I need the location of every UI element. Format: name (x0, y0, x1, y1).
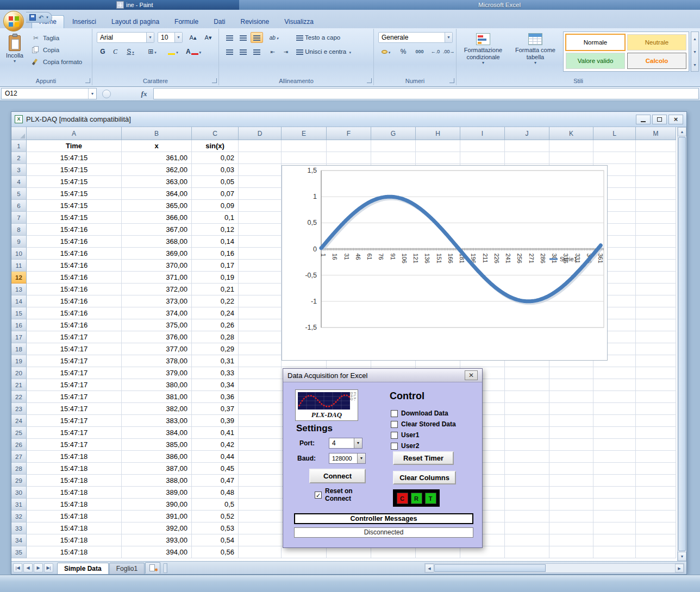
cell[interactable] (636, 379, 676, 391)
cell[interactable] (327, 152, 371, 164)
cell[interactable] (636, 307, 676, 319)
column-header-H[interactable]: H (416, 127, 460, 140)
tab-inserisci[interactable]: Inserisci (65, 16, 103, 28)
cell[interactable] (282, 140, 327, 152)
cell[interactable] (593, 152, 636, 164)
cell[interactable]: 0,28 (192, 331, 239, 343)
cell[interactable] (239, 272, 282, 284)
cell[interactable]: 0,48 (192, 487, 239, 499)
cell[interactable]: 0,44 (192, 451, 239, 463)
cell-style-2[interactable]: Valore valido (566, 53, 625, 69)
cell[interactable] (636, 295, 676, 307)
fill-color-button[interactable]: ▾ (164, 46, 182, 57)
cell[interactable] (239, 295, 282, 307)
cell[interactable] (239, 499, 282, 511)
cell[interactable] (636, 487, 676, 499)
cell[interactable] (549, 140, 593, 152)
cell[interactable] (636, 176, 676, 188)
row-header-13[interactable]: 13 (11, 284, 27, 295)
cell[interactable]: 370,00 (122, 260, 192, 272)
cell[interactable]: 15:47:15 (27, 200, 122, 212)
row-header-10[interactable]: 10 (11, 248, 27, 260)
row-header-27[interactable]: 27 (11, 451, 27, 463)
cell[interactable] (239, 511, 282, 522)
first-sheet-icon[interactable]: |◀ (13, 563, 22, 572)
row-header-11[interactable]: 11 (11, 260, 27, 272)
cell[interactable]: 15:47:16 (27, 236, 122, 248)
cell[interactable] (593, 546, 636, 558)
cell[interactable]: 394,00 (122, 546, 192, 558)
cell[interactable]: 15:47:17 (27, 379, 122, 391)
column-header-C[interactable]: C (192, 127, 239, 140)
cell[interactable]: 0,34 (192, 379, 239, 391)
align-left-button[interactable] (223, 46, 236, 57)
cell[interactable] (636, 463, 676, 475)
cell[interactable] (549, 451, 593, 463)
cell[interactable] (636, 140, 676, 152)
italic-button[interactable]: C (109, 46, 121, 57)
cell[interactable] (549, 391, 593, 403)
cell[interactable]: 0,42 (192, 439, 239, 451)
cell[interactable]: 15:47:18 (27, 534, 122, 546)
insert-worksheet-tab[interactable]: ✱ (145, 562, 160, 574)
cell[interactable] (460, 546, 505, 558)
cell[interactable] (239, 355, 282, 367)
column-header-I[interactable]: I (460, 127, 505, 140)
row-header-20[interactable]: 20 (11, 367, 27, 379)
name-box[interactable]: O12▼ (1, 88, 97, 99)
cell[interactable] (239, 427, 282, 439)
cell-style-0[interactable]: Normale (566, 34, 625, 51)
cell[interactable] (636, 391, 676, 403)
cell[interactable]: 0,03 (192, 164, 239, 176)
font-size-select[interactable]: 10▼ (158, 32, 183, 43)
checkbox-user2[interactable]: User2 (391, 440, 456, 451)
cell[interactable] (636, 272, 676, 284)
cell[interactable]: 384,00 (122, 427, 192, 439)
cell[interactable] (636, 522, 676, 534)
cell[interactable] (239, 319, 282, 331)
row-header-14[interactable]: 14 (11, 295, 27, 307)
cell[interactable] (505, 451, 549, 463)
cell[interactable]: 393,00 (122, 534, 192, 546)
cell[interactable] (239, 140, 282, 152)
cell[interactable]: 371,00 (122, 272, 192, 284)
cell[interactable] (505, 140, 549, 152)
maximize-button[interactable] (652, 115, 667, 124)
office-button[interactable] (3, 11, 24, 32)
cell[interactable] (505, 403, 549, 415)
reset-on-connect-checkbox[interactable]: ✓ (315, 492, 322, 499)
scroll-up-icon[interactable]: ▲ (678, 127, 686, 136)
column-header-E[interactable]: E (282, 127, 327, 140)
cell[interactable] (636, 188, 676, 200)
row-header-12[interactable]: 12 (11, 272, 27, 284)
cell[interactable] (239, 475, 282, 487)
cell[interactable]: 15:47:15 (27, 212, 122, 224)
cell-style-3[interactable]: Calcolo (627, 53, 686, 69)
cell[interactable] (593, 415, 636, 427)
cell[interactable] (549, 463, 593, 475)
cell[interactable] (239, 176, 282, 188)
cell[interactable] (416, 140, 460, 152)
cell[interactable] (239, 343, 282, 355)
port-select[interactable]: 4▼ (329, 438, 362, 449)
cell[interactable]: 0,41 (192, 427, 239, 439)
cell[interactable] (636, 534, 676, 546)
dialog-launcher-icon[interactable] (367, 78, 372, 83)
dialog-launcher-icon[interactable] (85, 78, 90, 83)
align-bottom-button[interactable] (251, 32, 263, 43)
cell[interactable] (505, 439, 549, 451)
vertical-scroll-thumb[interactable] (678, 137, 686, 551)
cell[interactable]: 392,00 (122, 522, 192, 534)
cell[interactable] (593, 367, 636, 379)
tab-dati[interactable]: Dati (207, 16, 232, 28)
cell[interactable] (636, 248, 676, 260)
cell[interactable] (636, 355, 676, 367)
cell[interactable] (593, 475, 636, 487)
cell[interactable]: 379,00 (122, 367, 192, 379)
workbook-titlebar[interactable]: X PLX-DAQ [modalità compatibilità] × (11, 112, 686, 127)
checkbox-user1[interactable]: User1 (391, 430, 456, 440)
cell[interactable] (239, 463, 282, 475)
select-all-corner[interactable] (11, 127, 27, 140)
wrap-text-button[interactable]: Testo a capo (296, 32, 340, 43)
font-color-button[interactable]: A▾ (185, 46, 202, 57)
